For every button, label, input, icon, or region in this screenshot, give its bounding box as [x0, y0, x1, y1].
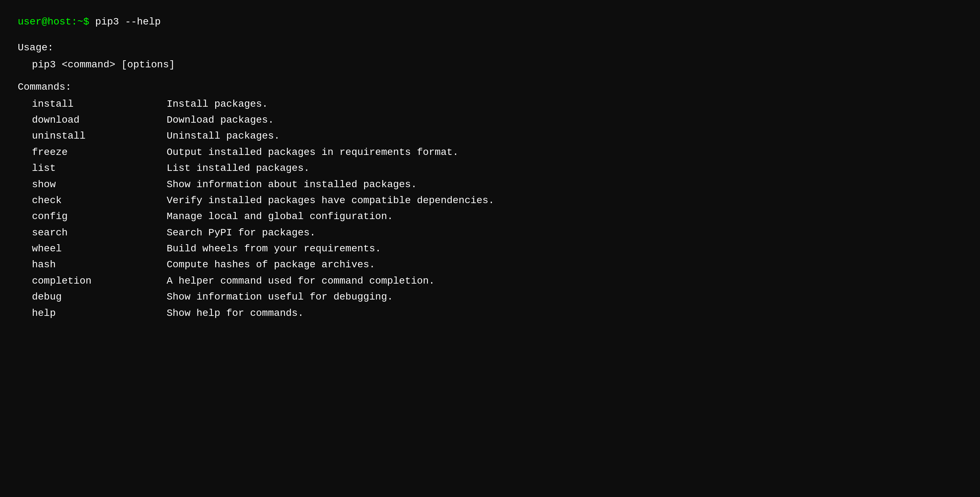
command-desc: Download packages. — [167, 113, 274, 128]
command-name: check — [18, 193, 167, 208]
command-row: downloadDownload packages. — [18, 113, 962, 128]
command-desc: Install packages. — [167, 97, 268, 112]
command-row: freezeOutput installed packages in requi… — [18, 144, 962, 160]
command-name: search — [18, 225, 167, 240]
prompt-command: pip3 --help — [89, 16, 161, 27]
command-row: showShow information about installed pac… — [18, 177, 962, 192]
command-name: wheel — [18, 241, 167, 256]
command-row: helpShow help for commands. — [18, 306, 962, 321]
command-row: debugShow information useful for debuggi… — [18, 289, 962, 305]
usage-header: Usage: — [18, 40, 962, 55]
command-row: installInstall packages. — [18, 97, 962, 112]
command-row: configManage local and global configurat… — [18, 209, 962, 224]
prompt-line: user@host:~$ pip3 --help — [18, 14, 962, 29]
command-name: freeze — [18, 144, 167, 160]
command-row: listList installed packages. — [18, 160, 962, 176]
command-desc: Manage local and global configuration. — [167, 209, 393, 224]
commands-header: Commands: — [18, 79, 962, 95]
terminal-window: user@host:~$ pip3 --help Usage: pip3 <co… — [18, 14, 962, 321]
command-name: debug — [18, 289, 167, 305]
command-name: install — [18, 97, 167, 112]
usage-line: pip3 <command> [options] — [32, 57, 962, 72]
command-desc: Show information useful for debugging. — [167, 289, 393, 305]
command-desc: Verify installed packages have compatibl… — [167, 193, 494, 208]
command-row: searchSearch PyPI for packages. — [18, 225, 962, 240]
command-name: show — [18, 177, 167, 192]
command-name: download — [18, 113, 167, 128]
command-desc: Show information about installed package… — [167, 177, 417, 192]
command-desc: Show help for commands. — [167, 306, 304, 321]
command-desc: A helper command used for command comple… — [167, 273, 435, 289]
command-name: completion — [18, 273, 167, 289]
commands-list: installInstall packages.downloadDownload… — [18, 97, 962, 321]
command-desc: List installed packages. — [167, 160, 310, 176]
commands-section: Commands: installInstall packages.downlo… — [18, 79, 962, 321]
command-name: hash — [18, 257, 167, 272]
usage-section: Usage: pip3 <command> [options] — [18, 40, 962, 72]
command-row: hashCompute hashes of package archives. — [18, 257, 962, 272]
command-row: uninstallUninstall packages. — [18, 128, 962, 144]
command-name: uninstall — [18, 128, 167, 144]
command-row: checkVerify installed packages have comp… — [18, 193, 962, 208]
command-desc: Output installed packages in requirement… — [167, 144, 458, 160]
user-host: user@host:~$ — [18, 16, 89, 27]
command-desc: Compute hashes of package archives. — [167, 257, 375, 272]
command-name: config — [18, 209, 167, 224]
command-desc: Build wheels from your requirements. — [167, 241, 381, 256]
command-row: wheelBuild wheels from your requirements… — [18, 241, 962, 256]
command-desc: Search PyPI for packages. — [167, 225, 315, 240]
command-row: completionA helper command used for comm… — [18, 273, 962, 289]
command-name: list — [18, 160, 167, 176]
command-desc: Uninstall packages. — [167, 128, 280, 144]
command-name: help — [18, 306, 167, 321]
